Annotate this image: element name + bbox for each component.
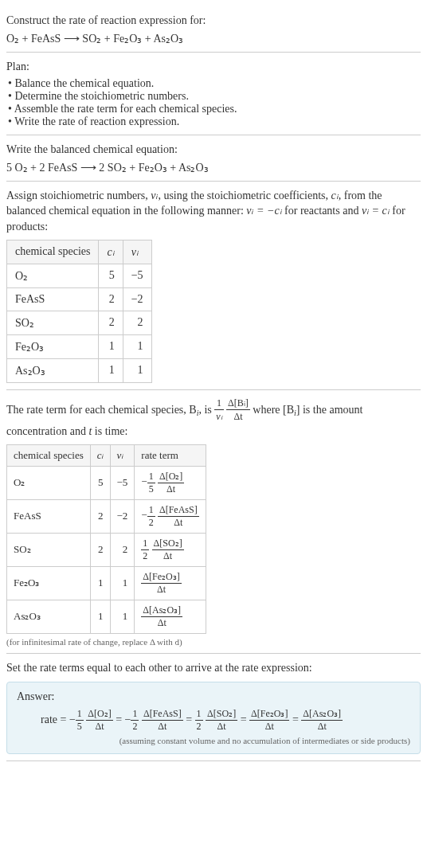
intro-equation: O₂ + FeAsS ⟶ SO₂ + Fe₂O₃ + As₂O₃: [6, 32, 421, 45]
stoich-table: chemical species cᵢ νᵢ O₂ 5 −5 FeAsS 2 −…: [6, 240, 152, 383]
answer-equation: rate = −15 Δ[O₂]Δt = −12 Δ[FeAsS]Δt = 12…: [17, 708, 410, 733]
answer-box: Answer: rate = −15 Δ[O₂]Δt = −12 Δ[FeAsS…: [6, 682, 421, 754]
balanced-section: Write the balanced chemical equation: 5 …: [6, 135, 421, 182]
plan-heading: Plan:: [6, 59, 421, 75]
intro-title: Construct the rate of reaction expressio…: [6, 13, 421, 29]
balanced-heading: Write the balanced chemical equation:: [6, 142, 421, 158]
final-section: Set the rate terms equal to each other t…: [6, 654, 421, 762]
balanced-equation: 5 O₂ + 2 FeAsS ⟶ 2 SO₂ + Fe₂O₃ + As₂O₃: [6, 161, 421, 174]
rate-term-text: The rate term for each chemical species,…: [6, 397, 421, 440]
table-row: As₂O₃ 1 1: [7, 358, 152, 382]
plan-list: Balance the chemical equation. Determine…: [6, 77, 421, 128]
table-row: O₂ 5 −5 −15 Δ[O₂]Δt: [7, 466, 206, 499]
rate-term-section: The rate term for each chemical species,…: [6, 390, 421, 654]
header-rate: rate term: [135, 444, 206, 466]
intro-section: Construct the rate of reaction expressio…: [6, 6, 421, 53]
plan-item: Balance the chemical equation.: [8, 77, 421, 90]
stoich-text: Assign stoichiometric numbers, νᵢ, using…: [6, 188, 421, 235]
table-row: FeAsS 2 −2: [7, 287, 152, 311]
frac-delta-b: Δ[Bᵢ]Δt: [226, 397, 250, 424]
header-nu: νᵢ: [123, 240, 151, 264]
answer-label: Answer:: [17, 690, 410, 703]
table-header-row: chemical species cᵢ νᵢ: [7, 240, 152, 264]
table-row: Fe₂O₃ 1 1 Δ[Fe₂O₃]Δt: [7, 566, 206, 600]
header-nu: νᵢ: [110, 444, 135, 466]
plan-item: Assemble the rate term for each chemical…: [8, 103, 421, 115]
header-species: chemical species: [7, 240, 99, 264]
plan-item: Determine the stoichiometric numbers.: [8, 90, 421, 103]
header-c: cᵢ: [90, 444, 110, 466]
header-species: chemical species: [7, 444, 91, 466]
header-c: cᵢ: [99, 240, 123, 264]
rate-term-caption: (for infinitesimal rate of change, repla…: [6, 637, 421, 647]
table-row: As₂O₃ 1 1 Δ[As₂O₃]Δt: [7, 600, 206, 633]
table-row: SO₂ 2 2: [7, 311, 152, 334]
table-row: Fe₂O₃ 1 1: [7, 334, 152, 358]
final-heading: Set the rate terms equal to each other t…: [6, 660, 421, 676]
answer-caption: (assuming constant volume and no accumul…: [17, 736, 410, 745]
plan-item: Write the rate of reaction expression.: [8, 115, 421, 128]
stoich-section: Assign stoichiometric numbers, νᵢ, using…: [6, 182, 421, 390]
table-row: FeAsS 2 −2 −12 Δ[FeAsS]Δt: [7, 499, 206, 533]
table-row: O₂ 5 −5: [7, 264, 152, 287]
table-row: SO₂ 2 2 12 Δ[SO₂]Δt: [7, 533, 206, 566]
plan-section: Plan: Balance the chemical equation. Det…: [6, 53, 421, 136]
rate-term-table: chemical species cᵢ νᵢ rate term O₂ 5 −5…: [6, 444, 206, 634]
table-header-row: chemical species cᵢ νᵢ rate term: [7, 444, 206, 466]
frac-one-over-nu: 1νᵢ: [214, 397, 223, 424]
